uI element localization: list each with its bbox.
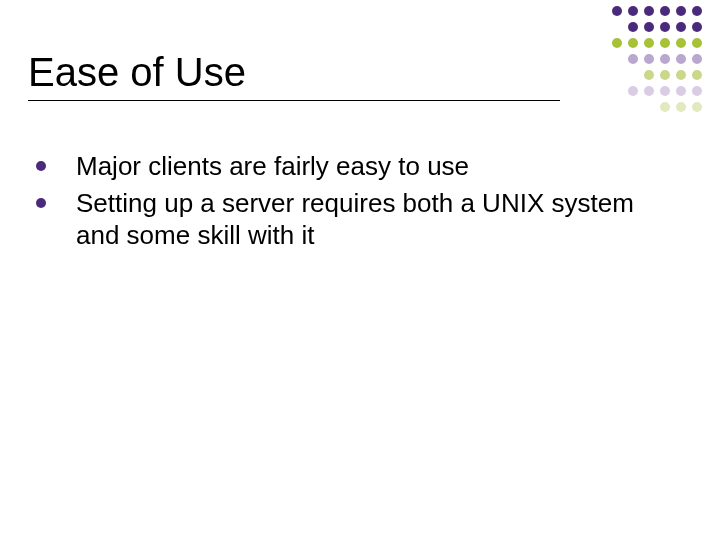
decoration-dot [660,6,670,16]
decoration-dot [692,54,702,64]
slide-title: Ease of Use [28,50,560,94]
decoration-dot [676,38,686,48]
decoration-dot [692,38,702,48]
decoration-dot [676,102,686,112]
decoration-row [612,86,702,96]
decoration-row [612,102,702,112]
decoration-dot [676,6,686,16]
decoration-row [612,6,702,16]
decoration-dot [692,22,702,32]
decoration-dot [628,6,638,16]
decoration-dot [692,102,702,112]
decoration-row [612,22,702,32]
decoration-dot [676,22,686,32]
bullet-icon [36,161,46,171]
decoration-dot [628,38,638,48]
bullet-text: Major clients are fairly easy to use [76,150,469,183]
decoration-dot [644,38,654,48]
decoration-dot [612,38,622,48]
decoration-dot [660,22,670,32]
decoration-dot [660,54,670,64]
list-item: Setting up a server requires both a UNIX… [36,187,660,252]
decoration-row [612,38,702,48]
slide: Ease of Use Major clients are fairly eas… [0,0,720,540]
decoration-dot [644,6,654,16]
list-item: Major clients are fairly easy to use [36,150,660,183]
decoration-dot [628,22,638,32]
decoration-dot [612,6,622,16]
bullet-icon [36,198,46,208]
decoration-dot [676,54,686,64]
decoration-dot [644,22,654,32]
decoration-dot [660,70,670,80]
bullet-list: Major clients are fairly easy to use Set… [36,150,660,256]
title-container: Ease of Use [28,50,560,101]
decoration-dot [692,70,702,80]
decoration-dot [660,102,670,112]
decoration-dot [692,86,702,96]
decoration-dot [692,6,702,16]
bullet-text: Setting up a server requires both a UNIX… [76,187,660,252]
decoration-dot [676,70,686,80]
decoration-dot [660,38,670,48]
decoration-dot-grid [612,6,702,118]
decoration-dot [644,54,654,64]
decoration-row [612,70,702,80]
decoration-dot [628,86,638,96]
decoration-dot [644,86,654,96]
decoration-dot [676,86,686,96]
decoration-dot [660,86,670,96]
decoration-dot [644,70,654,80]
decoration-dot [628,54,638,64]
decoration-row [612,54,702,64]
